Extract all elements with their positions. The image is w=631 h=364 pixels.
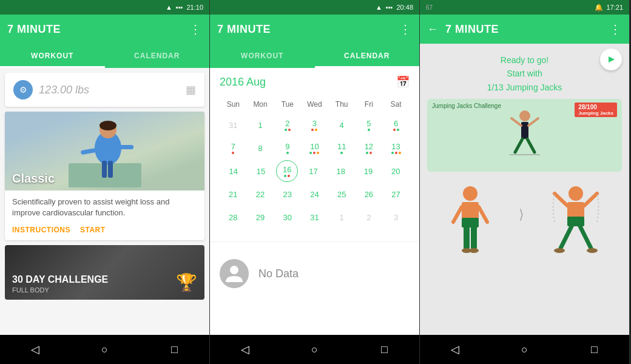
svg-point-35 — [587, 248, 598, 253]
cal-day-2-next[interactable]: 2 — [357, 206, 381, 228]
cal-day-19[interactable]: 19 — [356, 160, 380, 182]
cal-day-29[interactable]: 29 — [248, 206, 272, 228]
exercise-header: Ready to go! Start with 1/13 Jumping Jac… — [420, 44, 629, 99]
cal-row-1: 31 1 2 3 4 5 6 — [220, 114, 410, 136]
weight-value: 123.00 lbs — [39, 84, 186, 96]
cal-day-6[interactable]: 6 — [384, 114, 408, 136]
cal-header-wed: Wed — [302, 96, 326, 113]
svg-line-32 — [561, 226, 572, 248]
cal-header-mon: Mon — [248, 96, 272, 113]
cal-day-2[interactable]: 2 — [275, 114, 300, 136]
cal-day-31-prev[interactable]: 31 — [221, 114, 245, 136]
nav-square-3[interactable]: □ — [580, 335, 609, 364]
calendar-header: 2016 Aug 📅 — [220, 75, 410, 89]
challenge-label: 30 DAY CHALLENGE FULL BODY — [5, 268, 115, 300]
phone-3: 67 🔔 17:21 ← 7 MINUTE ⋮ Ready to go! Sta… — [420, 0, 630, 364]
cal-day-21[interactable]: 21 — [221, 183, 245, 205]
svg-line-22 — [479, 207, 487, 222]
cal-day-16-today[interactable]: 16 — [276, 160, 298, 182]
status-bar-2: ▲ ▪▪▪ 20:48 — [210, 0, 419, 15]
nav-home-1[interactable]: ○ — [90, 335, 120, 364]
bottom-nav-2: ◁ ○ □ — [210, 335, 419, 364]
stick-figure-1 — [446, 183, 494, 268]
cal-day-3[interactable]: 3 — [302, 114, 326, 136]
cal-day-26[interactable]: 26 — [357, 183, 381, 205]
cal-day-7[interactable]: 7 — [221, 137, 245, 159]
tab-calendar-2[interactable]: CALENDAR — [315, 44, 420, 68]
cal-row-4: 21 22 23 24 25 26 27 — [220, 183, 410, 205]
cal-day-11[interactable]: 11 — [329, 137, 354, 159]
cal-day-12[interactable]: 12 — [357, 137, 381, 159]
cal-row-5: 28 29 30 31 1 2 3 — [220, 206, 410, 228]
cal-day-8[interactable]: 8 — [248, 137, 272, 159]
cal-day-10[interactable]: 10 — [302, 137, 326, 159]
workout-description: Scientifically proven to assist weight l… — [5, 190, 204, 222]
cal-day-31[interactable]: 31 — [302, 206, 326, 228]
svg-rect-7 — [114, 145, 133, 149]
signal-icon: ▲ — [166, 4, 172, 11]
cal-day-9[interactable]: 9 — [275, 137, 300, 159]
bar-chart-icon[interactable]: ▦ — [186, 83, 196, 96]
cal-day-18[interactable]: 18 — [329, 160, 353, 182]
cal-day-1[interactable]: 1 — [248, 114, 272, 136]
tab-calendar-1[interactable]: CALENDAR — [105, 44, 210, 68]
more-button-1[interactable]: ⋮ — [189, 22, 202, 36]
svg-point-11 — [519, 110, 530, 121]
tab-workout-1[interactable]: WORKOUT — [0, 44, 105, 68]
nav-square-1[interactable]: □ — [160, 335, 189, 364]
cal-header-thu: Thu — [329, 96, 354, 113]
video-thumbnail[interactable]: Jumping Jacks Challenge 28/100 Jumping J… — [427, 99, 622, 172]
app-title-3: 7 MINUTE — [445, 23, 609, 36]
cal-day-23[interactable]: 23 — [275, 183, 300, 205]
cal-day-15[interactable]: 15 — [249, 160, 273, 182]
cal-day-27[interactable]: 27 — [384, 183, 408, 205]
svg-point-8 — [230, 266, 238, 274]
exercise-ready-text: Ready to go! Start with 1/13 Jumping Jac… — [427, 53, 622, 94]
cal-day-13[interactable]: 13 — [384, 137, 408, 159]
video-label: Jumping Jacks Challenge — [432, 103, 501, 109]
cal-day-25[interactable]: 25 — [329, 183, 354, 205]
more-button-3[interactable]: ⋮ — [609, 22, 622, 36]
nav-home-3[interactable]: ○ — [510, 335, 539, 364]
tab-bar-2: WORKOUT CALENDAR — [210, 44, 419, 68]
tab-workout-2[interactable]: WORKOUT — [210, 44, 315, 68]
calendar-toggle-icon[interactable]: 📅 — [396, 75, 410, 89]
svg-point-26 — [469, 248, 479, 253]
challenge-card[interactable]: 30 DAY CHALLENGE FULL BODY 🏆 — [5, 245, 204, 300]
back-button-3[interactable]: ← — [427, 23, 438, 36]
cal-day-3-next[interactable]: 3 — [384, 206, 408, 228]
instructions-button[interactable]: INSTRUCTIONS — [12, 226, 70, 234]
workout-illustration — [69, 115, 141, 187]
video-icon-bubble[interactable] — [600, 49, 622, 70]
cal-day-24[interactable]: 24 — [302, 183, 326, 205]
time-display-2: 20:48 — [396, 4, 413, 11]
time-display-3: 17:21 — [606, 4, 623, 11]
nav-back-2[interactable]: ◁ — [231, 335, 260, 364]
cal-day-20[interactable]: 20 — [383, 160, 408, 182]
svg-point-34 — [554, 248, 565, 253]
trophy-icon: 🏆 — [176, 272, 197, 292]
cal-day-22[interactable]: 22 — [248, 183, 272, 205]
cal-day-5[interactable]: 5 — [357, 114, 381, 136]
cal-day-17[interactable]: 17 — [301, 160, 325, 182]
stick-figure-2 — [548, 183, 603, 268]
figure-svg-2 — [548, 183, 603, 268]
more-button-2[interactable]: ⋮ — [399, 22, 412, 36]
workout-image: Classic — [5, 112, 204, 190]
cal-day-4[interactable]: 4 — [329, 114, 354, 136]
cal-row-3: 14 15 16 17 18 19 20 — [220, 160, 410, 182]
nav-back-3[interactable]: ◁ — [440, 335, 470, 364]
cal-day-30[interactable]: 30 — [275, 206, 300, 228]
svg-line-31 — [584, 194, 597, 206]
nav-back-1[interactable]: ◁ — [21, 335, 50, 364]
nav-home-2[interactable]: ○ — [300, 335, 329, 364]
cal-day-28[interactable]: 28 — [221, 206, 245, 228]
svg-point-18 — [463, 186, 477, 201]
phone-1: ▲ ▪▪▪ 21:10 7 MINUTE ⋮ WORKOUT CALENDAR … — [0, 0, 210, 364]
cal-day-14[interactable]: 14 — [221, 160, 246, 182]
cal-day-1-next[interactable]: 1 — [329, 206, 354, 228]
start-button[interactable]: START — [80, 226, 106, 234]
cal-row-2: 7 8 9 10 11 12 13 — [220, 137, 410, 159]
svg-line-21 — [453, 207, 462, 222]
nav-square-2[interactable]: □ — [370, 335, 399, 364]
